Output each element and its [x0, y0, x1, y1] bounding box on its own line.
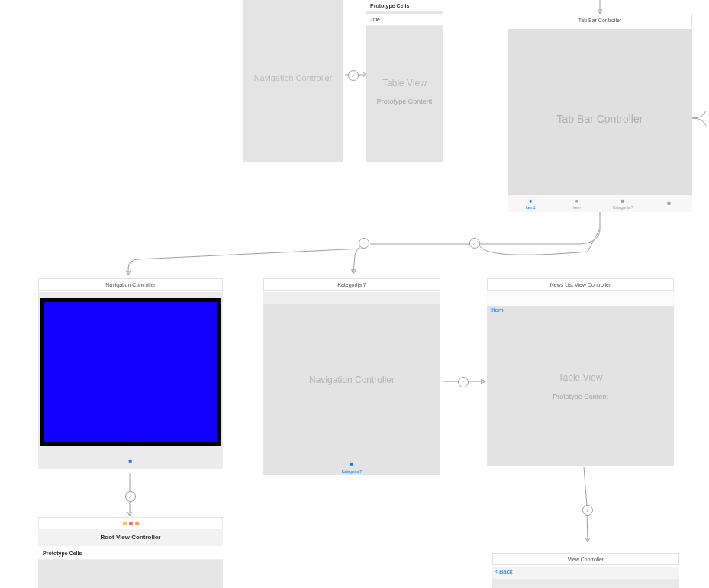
scene-root-view-controller[interactable]: Root View Controller Prototype Cells [38, 517, 223, 588]
back-button[interactable]: ‹ Back [495, 568, 513, 575]
tab-item-label: Kategorija 7 [263, 469, 440, 474]
table-view-label: Table View [366, 78, 443, 88]
back-label: Back [499, 568, 513, 575]
traffic-light-icon [135, 522, 139, 525]
segue-icon[interactable]: ⟋ [359, 238, 369, 249]
media-placeholder [44, 302, 217, 442]
table-body [38, 560, 223, 588]
table-view-sublabel: Prototype Content [366, 98, 443, 105]
scene-navigation-controller-blue[interactable]: Navigation Controller ■ [38, 278, 223, 469]
segue-icon[interactable]: ⟋ [469, 238, 480, 249]
nav3-tabbar: ■ Kategorija 7 [263, 455, 440, 474]
scene-title: Tab Bar Controller [508, 14, 692, 27]
scene-titlebar[interactable] [38, 517, 223, 529]
scene-title: Kategorija 7 [263, 278, 440, 291]
nav-bar [263, 292, 440, 304]
scene-news-list-view-controller[interactable]: News List View Controller Item Table Vie… [487, 278, 674, 466]
nav2-tabbar: ■ [38, 452, 223, 466]
scene-title: News List View Controller [487, 278, 674, 291]
segue-icon[interactable]: ⟋ [125, 491, 136, 502]
segue-icon[interactable]: ⟋ [348, 70, 359, 81]
nav3-body: Navigation Controller ■ Kategorija 7 [263, 292, 440, 475]
prototype-cells-header: Prototype Cells [38, 548, 223, 560]
media-frame [40, 298, 221, 446]
tab-item-3[interactable]: ■ Kategorija 7 [600, 195, 646, 212]
tab-glyph-icon: ■ [129, 458, 133, 464]
news-body: Item Table View Prototype Content [487, 292, 674, 466]
traffic-light-icon [129, 522, 133, 525]
scene-table-view-top[interactable]: Prototype Cells Title Table View Prototy… [366, 0, 443, 162]
tab-item-1[interactable]: ● Item1 [508, 195, 554, 212]
scene-view-controller[interactable]: View Controller ‹ Back [492, 553, 679, 588]
nav-controller-label: Navigation Controller [263, 374, 440, 385]
nav2-body: ■ [38, 292, 223, 469]
tab-glyph-icon: ■ [350, 461, 354, 468]
tab-item-label: Item [573, 205, 581, 210]
tab-bar-body: Tab Bar Controller ● Item1 ● Item ■ Kate… [508, 29, 692, 212]
scene-navigation-controller-kategorija[interactable]: Kategorija 7 Navigation Controller ■ Kat… [263, 278, 440, 475]
segue-icon[interactable]: ≡ [582, 505, 593, 516]
tab-glyph-icon: ● [575, 198, 578, 204]
storyboard-canvas[interactable]: Navigation Controller ⟋ Prototype Cells … [0, 0, 709, 588]
table-view-sublabel: Prototype Content [487, 393, 674, 400]
nav-controller-label: Navigation Controller [243, 73, 343, 82]
tab-bar-main-label: Tab Bar Controller [508, 113, 692, 125]
tab-glyph-icon: ■ [621, 198, 625, 204]
nav-bar-title: Root View Controller [38, 529, 223, 546]
vc-body: ‹ Back [492, 567, 679, 588]
tab-item-4[interactable]: ■ [646, 195, 693, 212]
tab-glyph-icon: ■ [667, 200, 671, 207]
tab-glyph-icon: ● [529, 198, 533, 204]
nav-bar-item[interactable]: Item [491, 307, 504, 313]
nav-bar [492, 567, 679, 579]
table-view-label: Table View [487, 372, 674, 383]
segue-icon[interactable]: ⟋ [458, 377, 469, 387]
tab-bar: ● Item1 ● Item ■ Kategorija 7 ■ [508, 195, 692, 212]
scene-navigation-controller-top[interactable]: Navigation Controller [243, 0, 343, 162]
scene-tab-bar-controller[interactable]: Tab Bar Controller Tab Bar Controller ● … [508, 14, 692, 212]
prototype-cells-header: Prototype Cells [366, 0, 443, 12]
scene-title: View Controller [492, 553, 679, 565]
tab-item-label: Item1 [526, 205, 536, 210]
scene-title: Navigation Controller [38, 278, 223, 291]
chevron-left-icon: ‹ [495, 568, 498, 575]
nav-bar [487, 292, 674, 306]
tab-item-2[interactable]: ● Item [554, 195, 601, 212]
prototype-cell-row[interactable]: Title [366, 14, 443, 26]
tab-item-label: Kategorija 7 [613, 205, 633, 210]
traffic-light-icon [123, 522, 127, 525]
